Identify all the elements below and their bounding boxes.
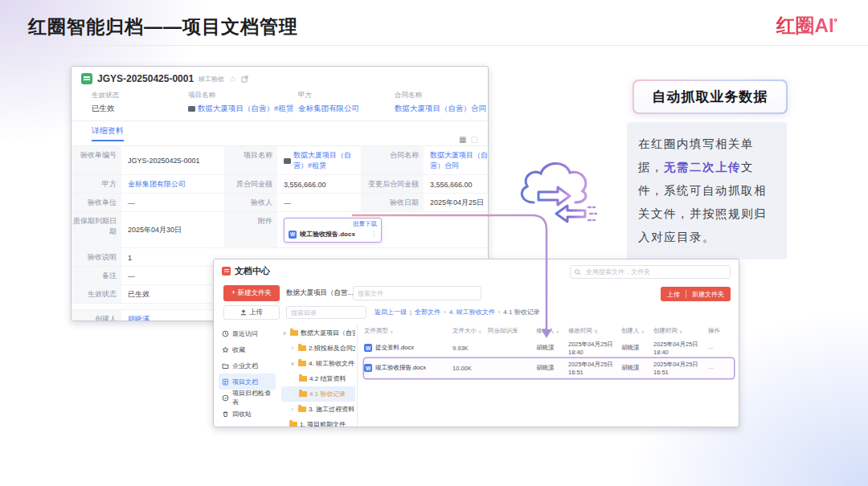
chevron-down-icon[interactable]: ∨ <box>281 330 288 337</box>
breadcrumb-back[interactable]: 返回上一级 <box>375 308 407 317</box>
search-file-input[interactable] <box>353 286 481 300</box>
project-type-icon <box>188 106 195 112</box>
grid-label: 合同名称 <box>361 146 424 174</box>
more-actions-icon[interactable]: ⋮ <box>371 231 377 238</box>
field-contract: 合同名称 数据大厦项目（自营）合同 <box>395 91 488 114</box>
list-view-icon[interactable]: ▢ <box>471 135 478 144</box>
row-actions-icon[interactable]: ⋯ <box>708 365 721 372</box>
party-link[interactable]: 金标集团有限公司 <box>298 104 395 114</box>
file-name[interactable]: 提交资料.docx <box>375 344 414 352</box>
attachment-file-name[interactable]: 竣工验收报告.docx <box>300 230 355 239</box>
grid-label: 创建人 <box>72 310 121 321</box>
sort-icon[interactable]: ⇅ <box>594 329 598 334</box>
detail-header: JGYS-20250425-0001 竣工验收 ☆ <box>72 67 488 88</box>
folder-icon <box>299 376 307 382</box>
acceptance-doc-icon <box>81 73 92 84</box>
col-created[interactable]: 创建时间 <box>653 327 678 335</box>
grid-party-link[interactable]: 金标集团有限公司 <box>121 175 224 193</box>
external-link-icon[interactable] <box>241 76 248 83</box>
grid-row: 甲方 金标集团有限公司 原合同金额 3,556,666.00 变更后合同金额 3… <box>72 175 488 194</box>
doc-type-tag: 竣工验收 <box>199 75 224 84</box>
folder-icon <box>290 330 298 336</box>
project-link[interactable]: 数据大厦项目（自营）#租赁 <box>188 104 298 114</box>
top-action-buttons: 上传 新建文件夹 <box>661 287 731 301</box>
file-table: 文件类型∨ 文件大小∨ 同步知识库 修改人∨ 修改时间⇅ 创建人∨ 创建时间∨ … <box>358 324 739 427</box>
top-upload-button[interactable]: 上传 <box>667 290 680 299</box>
grid-view-icon[interactable]: ▦ <box>459 135 466 144</box>
upload-button[interactable]: 上传 <box>223 305 280 320</box>
grid-project-link[interactable]: 数据大厦项目（自营）#租赁 <box>277 146 361 174</box>
global-search[interactable] <box>570 265 731 279</box>
trash-icon <box>222 410 229 418</box>
grid-label: 备注 <box>72 267 121 284</box>
top-new-folder-button[interactable]: 新建文件夹 <box>692 290 724 299</box>
star-icon[interactable]: ☆ <box>229 75 236 84</box>
grid-label: 项目名称 <box>224 146 277 174</box>
folder-icon <box>298 345 306 351</box>
global-search-input[interactable] <box>584 268 726 276</box>
grid-row-attachment: 质保期到期日期 2025年04月30日 附件 批量下载 W 竣工验收报告.doc… <box>72 212 488 248</box>
sidebar-item-recycle-bin[interactable]: 回收站 <box>219 406 276 422</box>
row-actions-icon[interactable]: ⋯ <box>708 345 721 352</box>
grid-value: 2025年04月25日 <box>424 194 488 211</box>
breadcrumb-level1[interactable]: 4. 竣工验收文件 <box>449 308 495 317</box>
search-icon <box>575 269 581 276</box>
caret-icon[interactable]: ∨ <box>390 329 393 334</box>
search-directory-input[interactable] <box>286 306 366 319</box>
doc-center-window: 文档中心 + 新建文件夹 上传 数据大厦项目（自营... + 上传 新建文件夹 … <box>213 259 739 427</box>
tree-item-root[interactable]: ∨数据大厦项目（自营... <box>281 325 355 341</box>
sidebar-item-project-docs[interactable]: 项目文档 <box>219 374 276 390</box>
callout-highlight: 无需二次上传 <box>664 161 741 174</box>
folder-icon <box>222 362 229 370</box>
col-type[interactable]: 文件类型 <box>364 327 388 335</box>
contract-link[interactable]: 数据大厦项目（自营）合同 <box>395 104 488 114</box>
field-label: 合同名称 <box>395 91 488 100</box>
tree-item-early-stage[interactable]: 1. 项目前期文件 <box>281 417 355 427</box>
tab-detail-info[interactable]: 详细资料 <box>92 125 124 141</box>
grid-label: 验收单位 <box>72 194 121 211</box>
docx-file-icon: W <box>364 364 372 372</box>
chevron-right-icon[interactable]: › <box>289 406 296 412</box>
doc-center-sidebar: 最近访问 收藏 企业文档 项目文档 项目归档检查表 <box>214 324 278 427</box>
sidebar-item-corp-docs[interactable]: 企业文档 <box>219 357 276 374</box>
grid-label: 验收人 <box>224 194 277 211</box>
tree-item-construction[interactable]: ›3. 施工过程资料 <box>281 402 355 417</box>
file-row[interactable]: W提交资料.docx 9.93K 胡晓溪 2025年04月25日 18:40 胡… <box>364 338 734 358</box>
sidebar-item-archive-checklist[interactable]: 项目归档检查表 <box>219 390 276 406</box>
sidebar-item-recent[interactable]: 最近访问 <box>219 325 276 341</box>
detail-summary-fields: 生效状态 已生效 项目名称 数据大厦项目（自营）#租赁 甲方 金标集团有限公司 … <box>72 88 488 120</box>
grid-contract-link[interactable]: 数据大厦项目（自营）合同 <box>424 146 488 174</box>
grid-value: 3,556,666.00 <box>277 175 361 193</box>
tree-item-settlement[interactable]: 4.2 结算资料 <box>281 371 355 386</box>
batch-download-link[interactable]: 批量下载 <box>289 220 377 228</box>
file-row-highlighted[interactable]: W竣工验收报告.docx 10.00K 胡晓溪 2025年04月25日 16:5… <box>364 358 734 378</box>
button-divider <box>686 290 686 298</box>
field-label: 项目名称 <box>188 91 298 100</box>
col-size[interactable]: 文件大小 <box>452 327 477 335</box>
tree-item-acceptance-records[interactable]: 4.1 验收记录 <box>281 386 355 402</box>
file-name[interactable]: 竣工验收报告.docx <box>375 364 426 372</box>
caret-icon[interactable]: ∨ <box>679 329 682 334</box>
field-project: 项目名称 数据大厦项目（自营）#租赁 <box>188 91 298 114</box>
col-modified[interactable]: 修改时间 <box>568 327 592 335</box>
caret-icon[interactable]: ∨ <box>556 329 559 334</box>
attachment-box: 批量下载 W 竣工验收报告.docx ⋮ <box>284 218 382 243</box>
breadcrumb-all-files[interactable]: 全部文件 <box>415 308 440 317</box>
tree-item-bidding[interactable]: ›2.招投标及合同文件 <box>281 341 355 356</box>
col-modifier[interactable]: 修改人 <box>536 327 555 335</box>
caret-icon[interactable]: ∨ <box>641 329 645 334</box>
caret-icon[interactable]: ∨ <box>478 329 481 334</box>
grid-label: 甲方 <box>72 175 121 193</box>
page-title: 红圈智能归档——项目文档管理 <box>28 14 298 39</box>
chevron-right-icon[interactable]: › <box>289 345 296 351</box>
callout-title-card: 自动抓取业务数据 <box>633 80 788 114</box>
col-sync: 同步知识库 <box>488 327 518 335</box>
checklist-icon <box>222 394 229 402</box>
col-creator[interactable]: 创建人 <box>621 327 640 335</box>
new-folder-button[interactable]: + 新建文件夹 <box>223 285 280 301</box>
tree-item-completion[interactable]: ∨4. 竣工验收文件 <box>281 356 355 371</box>
sidebar-item-favorites[interactable]: 收藏 <box>219 341 276 357</box>
docx-file-icon: W <box>289 231 297 239</box>
breadcrumb-current: 4.1 验收记录 <box>503 308 539 317</box>
chevron-down-icon[interactable]: ∨ <box>289 361 296 367</box>
